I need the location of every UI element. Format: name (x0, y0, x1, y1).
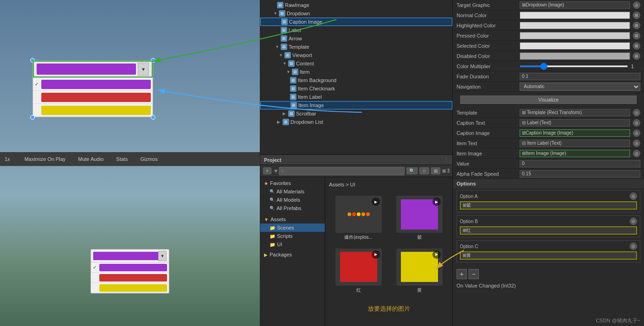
selected-color-swatch[interactable] (520, 42, 630, 50)
hier-arrow-label: Arrow (289, 36, 302, 41)
color-multiplier-slider[interactable] (520, 65, 628, 67)
magnify-icon: 🔍 (270, 189, 275, 194)
caption-text-field[interactable]: ⊟ Label (Text) (520, 119, 630, 127)
item-image-link-btn[interactable]: ◎ (633, 150, 640, 157)
option-a-value-field[interactable]: ⊞紫 (460, 201, 637, 210)
mute-audio-btn[interactable]: Mute Audio (75, 155, 106, 163)
caption-image-link-btn[interactable]: ◎ (633, 129, 640, 137)
project-options-btn[interactable]: ⋮ (444, 157, 449, 162)
filter-btn[interactable]: ☆ (419, 167, 429, 174)
highlighted-color-link-btn[interactable]: ⊞ (633, 22, 640, 29)
hier-item-background[interactable]: ⊞ Item Background (260, 76, 452, 84)
sidebar-scenes[interactable]: 📁 Scenes (260, 224, 325, 232)
sidebar-ui[interactable]: 📁 UI (260, 240, 325, 249)
option-a-label-row: Option A ◎ (460, 192, 637, 200)
caption-text-link-btn[interactable]: ◎ (633, 119, 640, 127)
project-search-input[interactable] (279, 167, 405, 175)
dropdown-small-header[interactable]: ▼ (91, 249, 169, 262)
dropdown-small-arrow-btn[interactable]: ▼ (158, 251, 167, 261)
item-text-label: Item Text (457, 141, 517, 146)
hier-item-checkmark[interactable]: ⊞ Item Checkmark (260, 84, 452, 93)
pressed-color-swatch[interactable] (520, 32, 630, 39)
item-text-link-btn[interactable]: ◎ (633, 140, 640, 147)
sidebar-all-prefabs[interactable]: 🔍 All Prefabs (260, 204, 325, 212)
project-add-btn[interactable]: + (263, 167, 271, 174)
pressed-color-link-btn[interactable]: ⊞ (633, 32, 640, 39)
target-graphic-field[interactable]: ⊞Dropdown (Image) (520, 1, 630, 9)
hier-item[interactable]: ▼ ⊞ Item (260, 68, 452, 76)
hier-item-image[interactable]: ⊞ Item Image (260, 101, 452, 109)
selected-color-link-btn[interactable]: ⊞ (633, 42, 640, 50)
explosion-play-btn[interactable]: ▶ (372, 198, 380, 206)
alpha-fade-speed-field[interactable]: 0.15 (520, 170, 640, 178)
asset-explosion[interactable]: ▶ 爆炸(explos... (329, 196, 388, 246)
option-a-link-btn[interactable]: ◎ (630, 192, 637, 200)
value-field[interactable]: 0 (520, 160, 640, 167)
normal-color-link-btn[interactable]: ⊞ (633, 12, 640, 19)
purple-play-btn[interactable]: ▶ (432, 198, 441, 206)
project-sidebar: ★ Favorites 🔍 All Materials 🔍 All Models… (260, 177, 325, 326)
sidebar-all-models[interactable]: 🔍 All Models (260, 196, 325, 204)
hier-item-label[interactable]: ⊞ Item Label (260, 93, 452, 101)
hier-scrollbar[interactable]: ▶ ⊞ Scrollbar (260, 109, 452, 118)
hier-dropdown[interactable]: ▼ ⊞ Dropdown (260, 9, 452, 18)
option-c-value-field[interactable]: ⊞黄 (460, 251, 637, 260)
dropdown-header[interactable]: ▼ (33, 61, 153, 77)
disabled-color-swatch[interactable] (520, 52, 630, 60)
hier-template[interactable]: ▼ ⊞ Template (260, 43, 452, 51)
sidebar-all-materials[interactable]: 🔍 All Materials (260, 187, 325, 196)
dropdown-item-1[interactable]: ✓ (33, 78, 153, 91)
option-b-value-field[interactable]: ⊞红 (460, 226, 637, 235)
navigation-select[interactable]: Automatic (520, 83, 640, 91)
dropdown-widget-small[interactable]: ▼ ✓ (90, 249, 169, 294)
hier-caption-image[interactable]: ⊞ Caption Image (260, 18, 452, 26)
sidebar-scripts[interactable]: 📁 Scripts (260, 232, 325, 240)
fade-duration-field[interactable]: 0.1 (520, 73, 640, 80)
dropdown-small-item-3[interactable] (91, 283, 169, 293)
scenes-folder-icon: 📁 (270, 225, 275, 230)
asset-purple[interactable]: ▶ 紫 (390, 196, 449, 246)
add-option-btn[interactable]: + (457, 269, 467, 279)
dropdown-item-2[interactable] (33, 91, 153, 104)
resize-handle-bl[interactable] (30, 115, 35, 120)
hier-arrow[interactable]: ⊞ Arrow (260, 34, 452, 43)
hier-content-icon: ⊞ (288, 60, 295, 67)
maximize-on-play-btn[interactable]: Maximize On Play (22, 155, 69, 163)
visualize-btn[interactable]: Visualize (460, 96, 637, 104)
hier-dropdown-list[interactable]: ▶ ⊞ Dropdown List (260, 118, 452, 126)
sort-btn[interactable]: ⊞ (431, 167, 440, 174)
hier-viewport[interactable]: ▼ ⊞ Viewport (260, 51, 452, 59)
yellow-play-btn[interactable]: ▶ (432, 250, 441, 259)
hier-content-arrow: ▼ (283, 61, 288, 66)
dropdown-item-3[interactable] (33, 104, 153, 117)
hier-content[interactable]: ▼ ⊞ Content (260, 59, 452, 68)
stats-btn[interactable]: Stats (113, 155, 130, 163)
sidebar-assets[interactable]: ▼ Assets (260, 215, 325, 224)
disabled-color-link-btn[interactable]: ⊞ (633, 52, 640, 60)
option-b-link-btn[interactable]: ◎ (630, 217, 637, 225)
resize-handle-br[interactable] (151, 115, 155, 120)
item-image-field[interactable]: ⊞Item Image (Image) (520, 150, 630, 157)
option-c-link-btn[interactable]: ◎ (630, 243, 637, 250)
dropdown-arrow-button[interactable]: ▼ (138, 63, 149, 76)
caption-image-field[interactable]: ⊞Caption Image (Image) (520, 129, 630, 137)
search-btn[interactable]: 🔍 (406, 167, 418, 174)
template-field[interactable]: ⊞ Template (Rect Transform) (520, 109, 630, 116)
dropdown-small-item-2[interactable] (91, 273, 169, 283)
hier-label[interactable]: ⊞ Label (260, 26, 452, 34)
dropdown-small-item-1[interactable]: ✓ (91, 262, 169, 273)
red-play-btn[interactable]: ▶ (372, 250, 380, 259)
sidebar-packages[interactable]: ▶ Packages (260, 250, 325, 259)
gizmos-btn[interactable]: Gizmos (137, 155, 160, 163)
highlighted-color-swatch[interactable] (520, 22, 630, 29)
hier-rawimage[interactable]: ⊞ RawImage (260, 1, 452, 9)
dropdown-widget-large[interactable]: ▼ ✓ (32, 60, 153, 117)
remove-option-btn[interactable]: − (469, 269, 479, 279)
template-link-btn[interactable]: ◎ (633, 109, 640, 116)
asset-yellow[interactable]: ▶ 黄 (390, 249, 449, 299)
asset-red[interactable]: ▶ 红 (329, 249, 388, 299)
packages-folder-icon: ▶ (264, 252, 268, 257)
target-graphic-link-btn[interactable]: ◎ (633, 1, 640, 9)
normal-color-swatch[interactable] (520, 12, 630, 19)
item-text-field[interactable]: ⊟ Item Label (Text) (520, 140, 630, 147)
